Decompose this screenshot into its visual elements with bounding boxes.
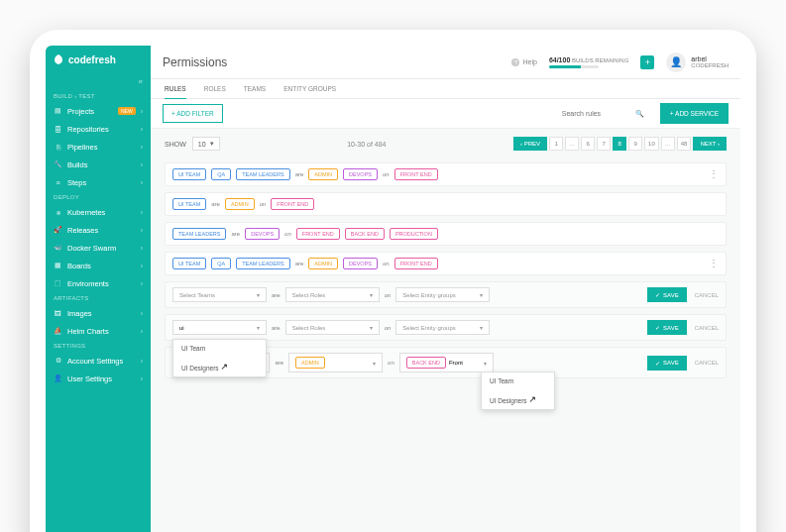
chip-team[interactable]: TEAM LEADERS	[236, 258, 289, 269]
search-input[interactable]	[562, 110, 631, 117]
chip-role-admin[interactable]: ADMIN	[308, 168, 338, 180]
connector-word: are	[231, 231, 240, 237]
tab-teams[interactable]: TEAMS	[244, 79, 266, 98]
chip-ent[interactable]: BACK END	[345, 228, 385, 240]
chevron-right-icon: ›	[141, 161, 143, 168]
main: Permissions ? Help 64/100 BUILDS REMAINI…	[151, 46, 740, 532]
sidebar-item-releases[interactable]: 🚀Releases›	[46, 221, 151, 239]
chip-ent[interactable]: BACK END	[406, 357, 446, 369]
cancel-button[interactable]: CANCEL	[695, 360, 719, 366]
sidebar-item-account-settings[interactable]: ⚙Account Settings›	[46, 352, 151, 370]
dropdown-option[interactable]: UI Designers	[482, 389, 554, 409]
add-service-button[interactable]: + ADD SERVICE	[660, 103, 729, 124]
tab-entity-groups[interactable]: ENTITY GROUPS	[283, 79, 336, 98]
more-menu[interactable]: ⋮	[709, 259, 719, 268]
sidebar-item-helm-charts[interactable]: ⛵Helm Charts›	[46, 322, 151, 340]
sidebar-section-head: DEPLOY	[46, 191, 151, 203]
chip-team[interactable]: QA	[211, 258, 231, 269]
connector-word: are	[211, 201, 220, 207]
chip-role-devops[interactable]: DEVOPS	[343, 258, 378, 269]
chip-role-admin[interactable]: ADMIN	[295, 357, 325, 369]
sidebar-item-images[interactable]: 🖼Images›	[46, 304, 151, 322]
connector-word: are	[295, 261, 304, 266]
chip-team[interactable]: QA	[211, 168, 231, 180]
chip-team[interactable]: TEAM LEADERS	[172, 228, 226, 240]
save-button[interactable]: ✓SAVE	[647, 320, 687, 335]
teams-select[interactable]: ▾	[172, 320, 267, 335]
page-size-select[interactable]: 10▾	[192, 137, 220, 151]
roles-select[interactable]: Select Roles▾	[285, 287, 380, 302]
chevron-down-icon: ▾	[373, 360, 376, 367]
chip-role-admin[interactable]: ADMIN	[308, 258, 338, 269]
teams-select[interactable]: Select Teams▾	[172, 287, 267, 302]
search-box[interactable]: 🔍	[554, 106, 652, 122]
sidebar-collapse[interactable]: «	[46, 73, 151, 90]
entities-input[interactable]	[449, 360, 479, 366]
add-filter-button[interactable]: + ADD FILTER	[163, 104, 223, 123]
pager-page[interactable]: 6	[581, 137, 595, 151]
chip-ent[interactable]: FRONT END	[271, 198, 314, 210]
avatar: 👤	[666, 53, 686, 72]
chip-ent[interactable]: FRONT END	[394, 168, 438, 180]
chip-team[interactable]: UI TEAM	[172, 258, 206, 269]
pager: ‹ PREV1…678910…48NEXT ›	[513, 137, 727, 151]
pager-page[interactable]: 7	[597, 137, 611, 151]
roles-select[interactable]: Select Roles▾	[285, 320, 380, 335]
chevron-right-icon: ›	[141, 227, 143, 234]
user-menu[interactable]: 👤 arbel CODEFRESH	[666, 53, 729, 72]
chip-ent[interactable]: PRODUCTION	[390, 228, 438, 240]
chip-ent[interactable]: FRONT END	[394, 258, 438, 269]
tab-rules[interactable]: RULES	[165, 79, 186, 100]
entities-select[interactable]: Select Entity groups▾	[395, 287, 490, 302]
chip-team[interactable]: UI TEAM	[172, 168, 206, 180]
more-menu[interactable]: ⋮	[709, 169, 719, 179]
pager-page[interactable]: 10	[644, 137, 659, 151]
chip-role-devops[interactable]: DEVOPS	[343, 168, 378, 180]
sidebar-item-enviroments[interactable]: ⬚Enviroments›	[46, 274, 151, 292]
save-button[interactable]: ✓SAVE	[647, 356, 687, 371]
chevron-right-icon: ›	[141, 144, 143, 151]
images-icon: 🖼	[54, 309, 62, 318]
entities-select[interactable]: BACK END▾	[399, 353, 494, 372]
sidebar-item-repositories[interactable]: 🗄Repositories›	[46, 120, 151, 138]
dropdown-option[interactable]: UI Team	[482, 372, 554, 389]
sidebar-item-boards[interactable]: ▦Boards›	[46, 257, 151, 274]
sidebar-item-user-settings[interactable]: 👤User Settings›	[46, 370, 151, 387]
search-icon: 🔍	[635, 110, 644, 118]
save-button[interactable]: ✓SAVE	[647, 287, 687, 302]
chip-team[interactable]: UI TEAM	[172, 198, 206, 210]
chevron-right-icon: ›	[141, 375, 143, 382]
add-build-button[interactable]: +	[640, 55, 654, 69]
sidebar-item-steps[interactable]: ≡Steps›	[46, 173, 151, 191]
cancel-button[interactable]: CANCEL	[695, 292, 719, 298]
steps-icon: ≡	[54, 178, 62, 187]
pager-page[interactable]: 8	[613, 137, 626, 151]
chip-role-devops[interactable]: DEVOPS	[245, 228, 280, 240]
sidebar-item-pipelines[interactable]: ⎘Pipelines›	[46, 138, 151, 156]
cancel-button[interactable]: CANCEL	[695, 325, 719, 331]
teams-input[interactable]	[179, 325, 209, 331]
pager-page[interactable]: 48	[677, 137, 692, 151]
connector-word: are	[272, 292, 281, 298]
tab-roles[interactable]: ROLES	[204, 79, 226, 98]
pager-next[interactable]: NEXT ›	[693, 137, 727, 151]
pager-page[interactable]: 1	[549, 137, 563, 151]
user-icon: 👤	[54, 374, 62, 383]
sidebar-item-kubernetes[interactable]: ⎈Kubernetes›	[46, 203, 151, 221]
topbar: Permissions ? Help 64/100 BUILDS REMAINI…	[151, 46, 740, 79]
sidebar-item-builds[interactable]: 🔧Builds›	[46, 156, 151, 173]
roles-select[interactable]: ADMIN▾	[288, 353, 383, 372]
dropdown-option[interactable]: UI Designers	[173, 357, 266, 376]
pipeline-icon: ⎘	[54, 143, 62, 152]
chip-team[interactable]: TEAM LEADERS	[236, 168, 289, 180]
dropdown-option[interactable]: UI Team	[173, 340, 266, 357]
pager-prev[interactable]: ‹ PREV	[513, 137, 547, 151]
help-link[interactable]: ? Help	[511, 58, 536, 66]
sidebar-item-label: Images	[67, 309, 136, 318]
pager-page[interactable]: 9	[628, 137, 642, 151]
chip-ent[interactable]: FRONT END	[296, 228, 340, 240]
sidebar-item-docker-swarm[interactable]: 🐳Docker Swarm›	[46, 239, 151, 257]
sidebar-item-projects[interactable]: ▤ProjectsNEW›	[46, 102, 151, 120]
chip-role-admin[interactable]: ADMIN	[225, 198, 255, 210]
entities-select[interactable]: Select Entity groups▾	[395, 320, 490, 335]
